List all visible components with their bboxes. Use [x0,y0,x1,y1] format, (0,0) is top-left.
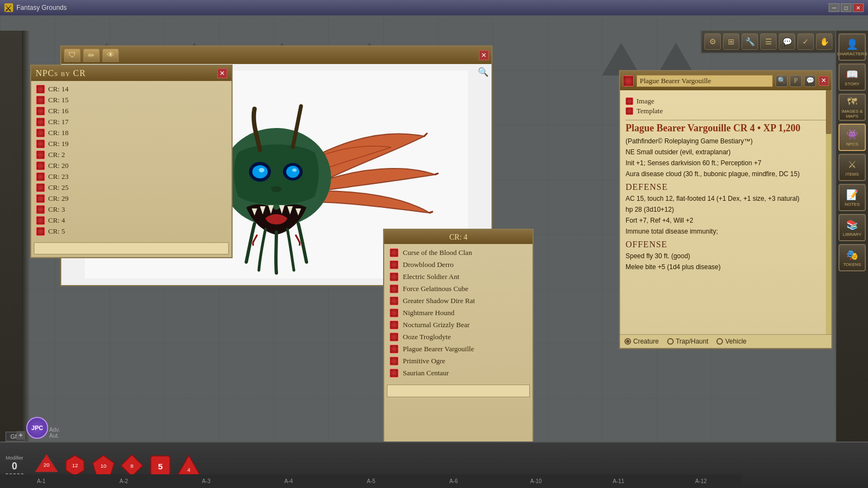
list-item[interactable]: Nightmare Hound [387,307,530,319]
monster-tab-edit[interactable]: ✏ [83,49,100,62]
sidebar-item-tokens[interactable]: 🎭 Tokens [838,244,866,271]
sidebar-item-images[interactable]: 🗺 Images & Maps [838,94,866,121]
list-item[interactable]: CR: 5 [34,226,229,237]
creature-option-vehicle[interactable]: Vehicle [716,338,747,345]
library-icon: 📚 [846,219,858,231]
grid-labels: A-1 A-2 A-3 A-4 A-5 A-6 A-10 A-11 A-12 [0,474,742,488]
list-item[interactable]: Primitive Ogre [387,355,530,367]
toolbar-settings-button[interactable]: ⚙ [704,33,721,50]
toolbar-chat-button[interactable]: 💬 [779,33,795,50]
d6-die[interactable]: 5 [148,454,172,478]
list-item[interactable]: CR: 19 [34,138,229,149]
monster-window-header: 🛡 ✏ 👁 ✕ [61,47,491,64]
stat-search-button[interactable]: 🔍 [776,75,788,87]
stat-chat-button[interactable]: 💬 [804,75,816,87]
cr-item-icon [390,248,398,257]
list-item[interactable]: Nocturnal Grizzly Bear [387,319,530,331]
npc-search-input[interactable] [34,242,229,254]
scrollbar-thumb[interactable] [826,90,831,134]
creature-option-creature[interactable]: Creature [624,338,659,345]
radio-trap[interactable] [667,338,674,345]
list-item[interactable]: Curse of the Blood Clan [387,247,530,259]
npc-icon [36,96,45,104]
list-item[interactable]: Ooze Troglodyte [387,331,530,343]
sidebar-item-notes[interactable]: 📝 Notes [838,184,866,211]
npc-item-label: CR: 18 [48,129,68,137]
list-item[interactable]: CR: 4 [34,215,229,226]
list-item[interactable]: CR: 2 [34,149,229,160]
monster-tab-eye[interactable]: 👁 [102,49,119,62]
list-item[interactable]: CR: 3 [34,204,229,215]
radio-vehicle[interactable] [716,338,723,345]
toolbar-move-button[interactable]: ✋ [816,33,832,50]
app-title: Fantasy Grounds [16,4,829,11]
list-item[interactable]: Force Gelatinous Cube [387,283,530,295]
maximize-button[interactable]: □ [841,3,852,12]
toolbar-zoom-button[interactable]: 🔧 [742,33,758,50]
d12-die[interactable]: 12 [63,454,87,478]
d20-die[interactable]: 20 [34,454,59,478]
list-item[interactable]: CR: 17 [34,117,229,127]
scrollbar-track[interactable] [826,90,831,334]
npc-panel-close-button[interactable]: ✕ [217,68,227,78]
list-item[interactable]: CR: 18 [34,127,229,138]
search-icon[interactable]: 🔍 [478,67,489,77]
add-button[interactable]: + [16,431,25,440]
notes-label: Notes [844,202,860,207]
toolbar-check-button[interactable]: ✓ [797,33,814,50]
grid-label-a2: A-2 [83,478,165,484]
radio-creature[interactable] [624,338,631,345]
sidebar-item-npcs[interactable]: 👾 NPCs [838,124,866,151]
npc-item-label: CR: 19 [48,140,68,148]
toolbar-menu-button[interactable]: ☰ [760,33,777,50]
close-button[interactable]: ✕ [853,3,864,12]
cr-item-label: Drowblood Derro [403,260,454,269]
list-item[interactable]: CR: 20 [34,160,229,171]
npc-list: CR: 14 CR: 15 CR: 16 CR: 17 CR: 18 CR: 1… [31,81,232,240]
minimize-button[interactable]: ─ [829,3,840,12]
sidebar-item-characters[interactable]: 👤 Characters [838,33,866,61]
stat-image-item[interactable]: Image [626,96,826,106]
list-item[interactable]: Greater Shadow Dire Rat [387,295,530,307]
stat-template-item[interactable]: Template [626,106,826,116]
stat-pin-button[interactable]: P [790,75,802,87]
list-item[interactable]: CR: 16 [34,106,229,117]
d10-die[interactable]: 10 [91,454,115,478]
aura-line: Aura disease cloud (30 ft., bubonic plag… [626,169,826,179]
modifier-box: Modifier 0 [5,455,24,476]
cr-search-input[interactable] [387,385,530,397]
list-item[interactable]: Plague Bearer Vargouille [387,343,530,355]
list-item[interactable]: Drowblood Derro [387,259,530,271]
player-avatar[interactable]: JPC [26,417,48,439]
cr-panel: CR: 4 Curse of the Blood Clan Drowblood … [383,229,534,448]
stat-panel-close-button[interactable]: ✕ [819,76,829,86]
player-line2: Aut. [49,433,60,439]
cr-item-label: Force Gelatinous Cube [403,284,468,293]
list-item[interactable]: Saurian Centaur [387,367,530,379]
monster-tab-shield[interactable]: 🛡 [64,49,80,62]
monster-window-close[interactable]: ✕ [479,50,489,60]
list-item[interactable]: CR: 29 [34,193,229,204]
sidebar-item-library[interactable]: 📚 Library [838,214,866,241]
list-item[interactable]: CR: 14 [34,84,229,95]
ac-line: AC 15, touch 12, flat-footed 14 (+1 Dex,… [626,194,826,204]
player-info: Adv. Aut. [49,427,60,439]
sidebar-item-story[interactable]: 📖 Story [838,63,866,91]
list-item[interactable]: CR: 25 [34,182,229,193]
d4-die[interactable]: 4 [177,454,201,478]
sidebar-item-items[interactable]: ⚔ Items [838,154,866,181]
d8-die[interactable]: 8 [120,454,144,478]
cr-item-label: Ooze Troglodyte [403,333,451,341]
creature-option-trap[interactable]: Trap/Haunt [667,338,709,345]
type-line: (Pathfinder© Roleplaying Game Bestiary™) [626,136,826,146]
cr-item-label: Greater Shadow Dire Rat [403,297,475,305]
cr-item-label: Saurian Centaur [403,369,449,377]
list-item[interactable]: Electric Soldier Ant [387,271,530,283]
list-item[interactable]: CR: 23 [34,171,229,182]
list-item[interactable]: CR: 15 [34,95,229,106]
tokens-label: Tokens [843,262,861,267]
toolbar-grid-button[interactable]: ⊞ [723,33,739,50]
svg-text:12: 12 [72,462,78,468]
notes-icon: 📝 [846,189,858,201]
stat-panel-title-input[interactable] [636,75,773,87]
